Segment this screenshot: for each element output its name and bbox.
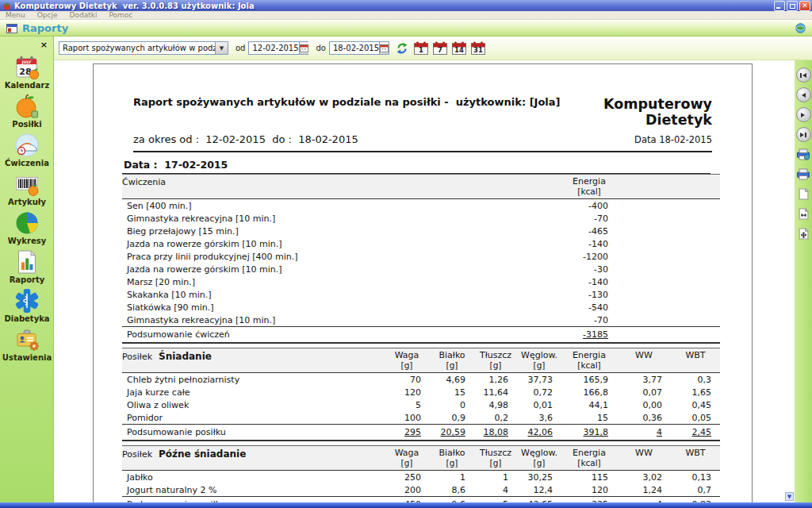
report-type-value: Raport spożywanych artykułów w podziale … xyxy=(59,44,215,52)
taskbar-edge xyxy=(0,502,812,508)
menu-item-dodatki[interactable]: Dodatki xyxy=(70,11,98,19)
report-preview-viewport[interactable]: Raport spożywanych artykułów w podziale … xyxy=(54,60,795,502)
exercise-row: Skakanka [10 min.]-130 xyxy=(122,288,720,301)
sidebar-item-wykresy[interactable]: Wykresy xyxy=(0,210,54,245)
report-toolbar: Raport spożywanych artykułów w podziale … xyxy=(54,37,812,60)
exercise-row: Jazda na rowerze górskim [10 min.]-30 xyxy=(122,263,720,275)
date-to-calendar-button[interactable] xyxy=(379,42,389,54)
minimize-button[interactable] xyxy=(774,1,785,11)
exercise-row: Praca przy linii produkcyjnej [400 min.]… xyxy=(122,250,720,263)
sidebar-item-raporty[interactable]: Raporty xyxy=(0,248,54,284)
report-period: za okres od : 12-02-2015 do : 18-02-2015 xyxy=(133,133,358,145)
from-label: od xyxy=(236,44,245,52)
date-from-calendar-button[interactable] xyxy=(299,42,308,54)
to-label: do xyxy=(316,44,325,52)
exercise-row: Jazda na rowerze górskim [10 min.]-140 xyxy=(122,237,720,250)
print-button[interactable] xyxy=(796,167,811,182)
print-setup-button[interactable] xyxy=(796,147,811,162)
brand-line1: Komputerowy xyxy=(603,96,712,112)
exercises-energy-header: Energia[kcal] xyxy=(561,175,617,199)
nav-prev-page-button[interactable] xyxy=(796,87,811,102)
nav-first-page-button[interactable] xyxy=(796,67,811,83)
meal-summary-row: Podsumowanie posiłku 450 9,6 5 42,65 235… xyxy=(122,497,720,502)
report-document-icon xyxy=(13,248,40,275)
menu-bar: Menu Opcje Dodatki Pomoc xyxy=(0,11,812,20)
date-to-field[interactable]: 18-02-2015 xyxy=(329,41,389,55)
svg-text:14: 14 xyxy=(454,46,464,54)
view-31-days-button[interactable]: 31 xyxy=(470,40,486,56)
module-title: Raporty xyxy=(22,22,68,34)
menu-item-pomoc[interactable]: Pomoc xyxy=(109,11,132,19)
sidebar-item-label: Ustawienia xyxy=(2,353,52,362)
exercise-row: Bieg przełajowy [15 min.]-465 xyxy=(122,225,720,237)
sidebar-item-label: Diabetyka xyxy=(4,314,49,323)
fit-width-button[interactable] xyxy=(796,206,811,221)
sidebar-item-label: Posiłki xyxy=(12,120,41,129)
food-row: Jabłko2501130,251153,020,13 xyxy=(122,471,720,484)
sidebar-item-label: Raporty xyxy=(10,275,45,284)
restore-button[interactable] xyxy=(787,1,798,11)
view-7-days-button[interactable]: 7 xyxy=(432,40,448,56)
barcode-icon xyxy=(13,171,40,198)
tomato-app-icon xyxy=(2,2,11,10)
nav-next-page-button[interactable] xyxy=(796,107,811,122)
svg-text:JULY: JULY xyxy=(21,60,32,64)
whole-page-view-button[interactable] xyxy=(796,187,811,202)
sidebar-close-button[interactable]: × xyxy=(40,41,48,49)
window-titlebar: Komputerowy Dietetyk ver. 3.0.0.83 użytk… xyxy=(0,0,812,11)
meal-table-pozne-sniadanie: PosiłekPóźne śniadanie Waga[g] Białko[g]… xyxy=(122,445,720,502)
nav-last-page-button[interactable] xyxy=(796,127,811,142)
meal-header: PosiłekŚniadanie xyxy=(122,348,384,373)
fit-page-button[interactable] xyxy=(796,226,811,241)
globe-icon[interactable] xyxy=(795,23,806,33)
calendar-icon: JULY28 xyxy=(13,54,40,81)
window-title: Komputerowy Dietetyk ver. 3.0.0.83 użytk… xyxy=(14,2,255,10)
brand-line2: Dietetyk xyxy=(645,112,712,128)
module-header: Raporty xyxy=(0,21,812,37)
food-row: Pomidor1000,90,23,6150,360,05 xyxy=(122,411,720,425)
orange-fruit-icon xyxy=(13,93,40,120)
sidebar-item-artykuly[interactable]: Artykuły xyxy=(0,171,54,206)
menu-item-opcje[interactable]: Opcje xyxy=(37,11,58,19)
preview-nav-strip xyxy=(795,60,812,502)
id-card-gear-icon xyxy=(13,326,40,353)
sidebar-item-label: Kalendarz xyxy=(5,81,49,90)
view-14-days-button[interactable]: 14 xyxy=(451,40,467,56)
date-from-field[interactable]: 12-02-2015 xyxy=(248,41,308,55)
exercise-row: Siatkówka [90 min.]-540 xyxy=(122,301,720,314)
scrollbar-down-button[interactable]: ▼ xyxy=(785,492,794,501)
meal-table-sniadanie: PosiłekŚniadanie Waga[g] Białko[g] Tłusz… xyxy=(122,348,720,441)
sidebar-item-ustawienia[interactable]: Ustawienia xyxy=(0,326,54,362)
sport-shoe-icon xyxy=(13,132,40,159)
view-1-day-button[interactable]: 1 xyxy=(413,40,429,56)
food-row: Jogurt naturalny 2 %2008,6412,41201,240,… xyxy=(122,483,720,497)
report-brand: Komputerowy Dietetyk xyxy=(603,96,712,128)
report-page: Raport spożywanych artykułów w podziale … xyxy=(93,64,753,502)
header-divider xyxy=(133,151,712,152)
svg-text:7: 7 xyxy=(438,46,442,54)
left-sidebar: × JULY28 Kalendarz Posiłki Ćwiczenia Art… xyxy=(0,37,54,502)
close-button[interactable]: ✕ xyxy=(799,1,810,11)
exercise-row: Gimnastyka rekreacyjna [10 min.]-70 xyxy=(122,212,720,225)
sidebar-item-cwiczenia[interactable]: Ćwiczenia xyxy=(0,132,54,167)
raporty-window-icon xyxy=(6,24,17,33)
report-title: Raport spożywanych artykułów w podziale … xyxy=(133,96,589,128)
sidebar-item-posilki[interactable]: Posiłki xyxy=(0,93,54,129)
refresh-button[interactable] xyxy=(394,40,410,56)
pie-chart-icon xyxy=(13,210,40,237)
exercise-row: Sen [400 min.]-400 xyxy=(122,199,720,213)
sidebar-item-diabetyka[interactable]: Diabetyka xyxy=(0,287,54,323)
svg-text:1: 1 xyxy=(419,46,423,54)
sidebar-item-label: Ćwiczenia xyxy=(5,159,49,167)
report-type-select[interactable]: Raport spożywanych artykułów w podziale … xyxy=(59,41,228,55)
sidebar-item-label: Wykresy xyxy=(8,237,46,245)
exercises-title: Ćwiczenia xyxy=(122,175,561,199)
sidebar-item-kalendarz[interactable]: JULY28 Kalendarz xyxy=(0,54,54,90)
exercises-table: Ćwiczenia Energia[kcal] Sen [400 min.]-4… xyxy=(122,174,720,344)
date-to-value: 18-02-2015 xyxy=(330,44,379,52)
menu-item-menu[interactable]: Menu xyxy=(6,11,25,19)
meal-header: PosiłekPóźne śniadanie xyxy=(122,446,384,471)
chevron-down-icon[interactable]: ▼ xyxy=(215,42,228,54)
exercise-row: Gimnastyka rekreacyjna [10 min.]-70 xyxy=(122,314,720,327)
sidebar-item-label: Artykuły xyxy=(8,198,46,206)
